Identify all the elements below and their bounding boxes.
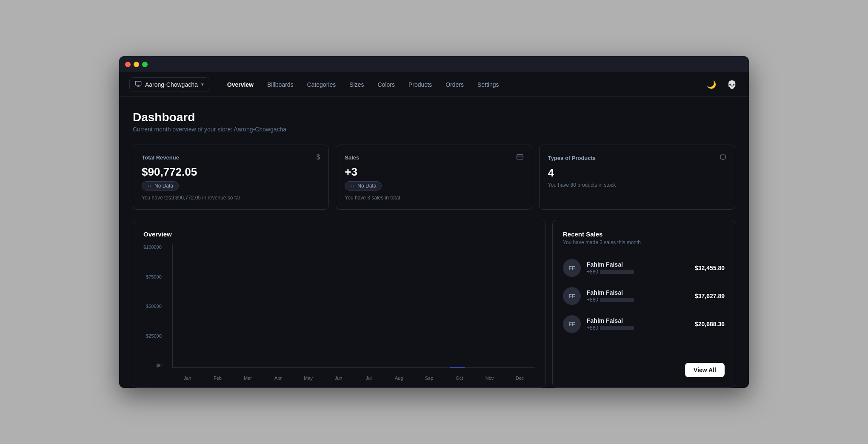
y-label-25k: $25000 xyxy=(143,333,162,339)
y-label-0: $0 xyxy=(143,363,162,368)
traffic-lights xyxy=(125,62,148,67)
y-label-100k: $100000 xyxy=(143,245,162,250)
products-value: 4 xyxy=(548,166,726,179)
nav-links: Overview Billboards Categories Sizes Col… xyxy=(221,79,705,91)
x-label: Feb xyxy=(203,376,233,381)
sale-avatar: FF xyxy=(563,287,581,305)
minimize-button[interactable] xyxy=(134,62,139,67)
x-label: Jun xyxy=(323,376,354,381)
bottom-grid: Overview $100000 $75000 $50000 $25000 $0 xyxy=(133,220,735,388)
sale-item: FF Fahim Faisal +880 $37,627.89 xyxy=(563,282,725,310)
stat-card-sales: Sales +3 ↔ No Data You have 3 sales in t… xyxy=(336,145,532,210)
sale-amount: $37,627.89 xyxy=(695,293,725,299)
dollar-icon: $ xyxy=(316,154,320,161)
chart-card: Overview $100000 $75000 $50000 $25000 $0 xyxy=(133,220,545,388)
svg-rect-0 xyxy=(135,81,141,85)
sale-info: Fahim Faisal +880 xyxy=(587,317,689,331)
nav-item-categories[interactable]: Categories xyxy=(301,79,342,91)
chart-title: Overview xyxy=(143,231,535,238)
revenue-desc: You have total $90,772.05 in revenue so … xyxy=(142,195,320,201)
nav-item-billboards[interactable]: Billboards xyxy=(261,79,299,91)
y-label-75k: $75000 xyxy=(143,274,162,279)
x-label: Sep xyxy=(414,376,444,381)
sale-item: FF Fahim Faisal +880 $32,455.80 xyxy=(563,254,725,282)
sales-list: FF Fahim Faisal +880 $32,455.80 FF Fahim… xyxy=(563,254,725,338)
store-selector[interactable]: Aarong-Chowgacha ▾ xyxy=(129,77,209,91)
sale-avatar: FF xyxy=(563,259,581,277)
chart-bar-col xyxy=(294,245,324,367)
chart-y-axis: $100000 $75000 $50000 $25000 $0 xyxy=(143,245,165,368)
stat-card-revenue: Total Revenue $ $90,772.05 ↔ No Data You… xyxy=(133,145,329,210)
revenue-value: $90,772.05 xyxy=(142,165,320,179)
close-button[interactable] xyxy=(125,62,131,67)
chart-bar-col xyxy=(235,245,265,367)
sale-name: Fahim Faisal xyxy=(587,261,689,268)
chart-inner xyxy=(172,245,535,368)
chart-bar-col xyxy=(502,245,531,367)
title-bar xyxy=(119,56,749,72)
page-subtitle: Current month overview of your store: Aa… xyxy=(133,126,735,133)
nav-item-settings[interactable]: Settings xyxy=(471,79,505,91)
nav-item-products[interactable]: Products xyxy=(403,79,438,91)
y-label-50k: $50000 xyxy=(143,304,162,309)
sale-avatar: FF xyxy=(563,315,581,333)
chart-bar-col xyxy=(383,245,413,367)
navbar: Aarong-Chowgacha ▾ Overview Billboards C… xyxy=(119,72,749,97)
x-label: Aug xyxy=(384,376,414,381)
x-label: Jul xyxy=(354,376,384,381)
nav-item-colors[interactable]: Colors xyxy=(371,79,400,91)
x-label: Oct xyxy=(444,376,474,381)
chart-bar-col xyxy=(324,245,354,367)
store-icon xyxy=(135,80,142,88)
nav-item-orders[interactable]: Orders xyxy=(440,79,470,91)
chart-area: $100000 $75000 $50000 $25000 $0 JanFebMa… xyxy=(143,245,535,381)
chart-bars xyxy=(176,245,531,367)
box-icon xyxy=(720,154,726,162)
maximize-button[interactable] xyxy=(142,62,148,67)
x-label: Nov xyxy=(474,376,505,381)
products-label: Types of Products xyxy=(548,155,596,161)
nav-item-overview[interactable]: Overview xyxy=(221,79,260,91)
chart-bar-col xyxy=(413,245,443,367)
sale-item: FF Fahim Faisal +880 $20,688.36 xyxy=(563,310,725,338)
sale-name: Fahim Faisal xyxy=(587,289,689,296)
chart-bar-col xyxy=(472,245,502,367)
view-all-button[interactable]: View All xyxy=(685,363,725,377)
revenue-badge: ↔ No Data xyxy=(142,181,179,191)
phone-blur xyxy=(600,326,634,330)
user-menu-button[interactable]: 💀 xyxy=(725,78,739,91)
sale-phone: +880 xyxy=(587,269,689,275)
sale-phone: +880 xyxy=(587,325,689,331)
sale-info: Fahim Faisal +880 xyxy=(587,289,689,303)
page-title: Dashboard xyxy=(133,111,735,124)
x-label: Jan xyxy=(172,376,203,381)
badge-label: No Data xyxy=(357,183,376,189)
nav-item-sizes[interactable]: Sizes xyxy=(343,79,370,91)
chart-bar-col xyxy=(265,245,295,367)
phone-blur xyxy=(600,270,634,274)
chart-bar-col xyxy=(354,245,383,367)
main-content: Dashboard Current month overview of your… xyxy=(119,97,749,388)
x-label: Dec xyxy=(505,376,535,381)
recent-sales-title: Recent Sales xyxy=(563,231,725,238)
svg-rect-1 xyxy=(517,155,523,159)
revenue-label: Total Revenue xyxy=(142,154,179,161)
sale-name: Fahim Faisal xyxy=(587,317,689,324)
stats-grid: Total Revenue $ $90,772.05 ↔ No Data You… xyxy=(133,145,735,210)
chart-bar-col xyxy=(443,245,472,367)
theme-toggle-button[interactable]: 🌙 xyxy=(705,78,718,91)
chart-bar-col xyxy=(206,245,236,367)
chart-bar-col xyxy=(176,245,206,367)
stat-card-products: Types of Products 4 You have 80 products… xyxy=(539,145,735,210)
x-label: Apr xyxy=(263,376,293,381)
x-label: May xyxy=(293,376,323,381)
card-icon xyxy=(517,154,523,161)
arrow-icon: ↔ xyxy=(350,183,355,189)
app-window: Aarong-Chowgacha ▾ Overview Billboards C… xyxy=(119,56,749,388)
recent-sales-card: Recent Sales You have made 3 sales this … xyxy=(552,220,735,388)
sales-desc: You have 3 sales in total xyxy=(345,195,523,201)
sale-amount: $20,688.36 xyxy=(695,321,725,327)
nav-actions: 🌙 💀 xyxy=(705,78,739,91)
phone-blur xyxy=(600,298,634,302)
sales-badge: ↔ No Data xyxy=(345,181,382,191)
